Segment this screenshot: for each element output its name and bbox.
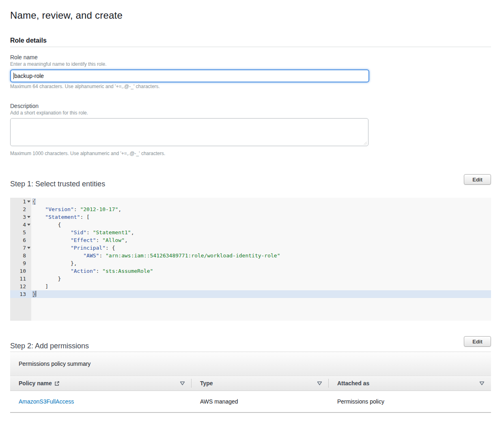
code-text: "Statement": [ [31, 213, 491, 221]
column-header-label: Policy name [19, 380, 52, 386]
description-label: Description [10, 103, 39, 109]
table-cell: AmazonS3FullAccess [10, 391, 192, 412]
role-details-heading: Role details [10, 37, 47, 44]
fold-toggle-icon[interactable] [26, 244, 31, 252]
column-header-label: Attached as [337, 380, 369, 386]
column-filter-button[interactable] [479, 381, 485, 386]
table-body: AmazonS3FullAccessAWS managedPermissions… [10, 391, 491, 413]
role-name-label: Role name [10, 54, 38, 60]
fold-spacer [26, 205, 31, 213]
column-header: Attached as [329, 376, 491, 391]
column-header-label: Type [200, 380, 213, 386]
filter-dropdown-icon [479, 381, 485, 386]
description-hint: Add a short explanation for this role. [10, 110, 88, 116]
fold-toggle-icon[interactable] [26, 221, 31, 229]
code-line: 7 "Principal": { [10, 244, 491, 252]
column-filter-button[interactable] [317, 381, 322, 386]
code-line: 13} [10, 290, 491, 298]
code-text: } [31, 275, 491, 283]
permissions-summary-panel: Permissions policy summary [10, 352, 491, 376]
editor-cursor [36, 291, 36, 297]
line-number: 7 [23, 244, 26, 252]
line-number: 5 [23, 229, 26, 236]
code-line: 10 "Action": "sts:AssumeRole" [10, 267, 491, 275]
fold-spacer [26, 283, 31, 290]
text-cursor [13, 73, 14, 79]
code-line: 9 }, [10, 259, 491, 267]
table-cell: Permissions policy [329, 391, 491, 412]
line-number: 1 [23, 198, 26, 205]
column-filter-button[interactable] [180, 381, 185, 386]
line-number: 12 [19, 283, 26, 290]
code-line: 6 "Effect": "Allow", [10, 236, 491, 244]
fold-spacer [26, 229, 31, 236]
code-line: 11 } [10, 275, 491, 283]
page-title: Name, review, and create [10, 10, 123, 21]
permissions-table: Policy nameTypeAttached as AmazonS3FullA… [10, 376, 491, 413]
step1-heading: Step 1: Select trusted entities [10, 180, 105, 188]
fold-spacer [26, 275, 31, 283]
step2-edit-button[interactable]: Edit [464, 336, 491, 347]
code-text: } [31, 290, 491, 298]
code-line: 1{ [10, 198, 491, 205]
code-text: }, [31, 259, 491, 267]
code-text: "Version": "2012-10-17", [31, 205, 491, 213]
table-cell: AWS managed [192, 391, 329, 412]
line-number: 13 [19, 290, 26, 298]
external-link-icon [54, 381, 60, 386]
code-line: 4 { [10, 221, 491, 229]
fold-spacer [26, 236, 31, 244]
table-header-row: Policy nameTypeAttached as [10, 376, 491, 391]
line-number: 9 [23, 259, 26, 267]
filter-dropdown-icon [180, 381, 185, 386]
table-row: AmazonS3FullAccessAWS managedPermissions… [10, 391, 491, 413]
fold-spacer [26, 267, 31, 275]
line-number: 8 [23, 252, 26, 259]
line-number: 11 [19, 275, 26, 283]
line-number: 3 [23, 213, 26, 221]
code-text: "Action": "sts:AssumeRole" [31, 267, 491, 275]
role-name-constraint: Maximum 64 characters. Use alphanumeric … [10, 84, 160, 89]
code-line: 8 "AWS": "arn:aws:iam::541263489771:role… [10, 252, 491, 259]
fold-toggle-icon[interactable] [26, 198, 31, 205]
role-name-value: backup-role [14, 73, 44, 79]
code-text: ] [31, 283, 491, 290]
line-number: 4 [23, 221, 26, 229]
column-header: Type [192, 376, 329, 391]
description-constraint: Maximum 1000 characters. Use alphanumeri… [10, 151, 165, 156]
resize-handle-icon[interactable] [363, 140, 367, 145]
code-line: 3 "Statement": [ [10, 213, 491, 221]
line-number: 2 [23, 205, 26, 213]
column-header: Policy name [10, 376, 192, 391]
code-line: 12 ] [10, 283, 491, 290]
code-text: "Sid": "Statement1", [31, 229, 491, 236]
step2-heading: Step 2: Add permissions [10, 342, 89, 350]
code-text: { [31, 198, 491, 205]
filter-dropdown-icon [317, 381, 322, 386]
line-number: 6 [23, 236, 26, 244]
policy-name-link[interactable]: AmazonS3FullAccess [19, 398, 74, 405]
fold-spacer [26, 252, 31, 259]
code-text: "AWS": "arn:aws:iam::541263489771:role/w… [31, 252, 491, 259]
name-review-create-page: Name, review, and create Role details Ro… [0, 0, 504, 421]
fold-spacer [26, 290, 31, 298]
code-text: { [31, 221, 491, 229]
description-textarea[interactable] [10, 118, 368, 146]
step1-edit-button[interactable]: Edit [464, 174, 491, 185]
fold-toggle-icon[interactable] [26, 213, 31, 221]
role-name-input[interactable]: backup-role [10, 69, 369, 82]
fold-spacer [26, 259, 31, 267]
section-divider [10, 47, 491, 47]
code-text: "Effect": "Allow", [31, 236, 491, 244]
permissions-summary-title: Permissions policy summary [19, 361, 90, 367]
role-name-hint: Enter a meaningful name to identify this… [10, 61, 106, 67]
code-line: 5 "Sid": "Statement1", [10, 229, 491, 236]
policy-json-editor[interactable]: 1{2 "Version": "2012-10-17",3 "Statement… [10, 198, 491, 321]
code-line: 2 "Version": "2012-10-17", [10, 205, 491, 213]
code-text: "Principal": { [31, 244, 491, 252]
line-number: 10 [19, 267, 26, 275]
